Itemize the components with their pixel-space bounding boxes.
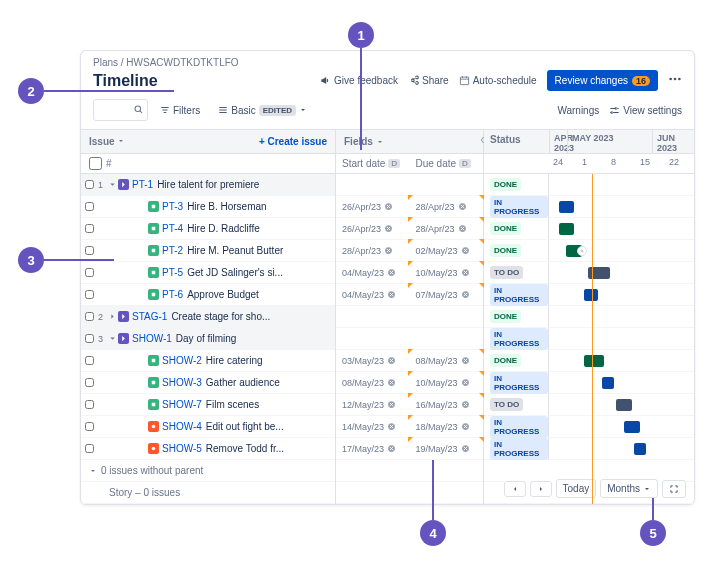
issue-row[interactable]: 3SHOW-1Day of filming (81, 328, 335, 350)
gantt-bar[interactable] (634, 443, 646, 455)
expand-toggle[interactable] (108, 312, 118, 321)
gantt-bar[interactable] (559, 223, 574, 235)
clear-icon[interactable] (461, 290, 470, 299)
review-changes-button[interactable]: Review changes16 (547, 70, 658, 91)
due-date-cell[interactable]: 16/May/23 (410, 394, 484, 415)
issue-row[interactable]: PT-5Get JD Salinger's si... (81, 262, 335, 284)
start-date-cell[interactable]: 04/May/23 (336, 284, 410, 305)
issue-key[interactable]: PT-5 (162, 267, 183, 278)
issue-key[interactable]: PT-2 (162, 245, 183, 256)
issue-key[interactable]: SHOW-5 (162, 443, 202, 454)
expand-toggle[interactable] (108, 334, 118, 343)
clear-icon[interactable] (461, 246, 470, 255)
status-badge[interactable]: TO DO (490, 398, 523, 411)
gantt-bar[interactable] (584, 355, 604, 367)
start-date-cell[interactable]: 17/May/23 (336, 438, 410, 459)
prev-button[interactable] (504, 481, 526, 497)
clear-icon[interactable] (387, 400, 396, 409)
today-button[interactable]: Today (556, 479, 597, 498)
row-checkbox[interactable] (85, 268, 94, 277)
issue-key[interactable]: SHOW-7 (162, 399, 202, 410)
start-date-cell[interactable]: 14/May/23 (336, 416, 410, 437)
due-date-cell[interactable]: 18/May/23 (410, 416, 484, 437)
row-checkbox[interactable] (85, 180, 94, 189)
create-issue-button[interactable]: + Create issue (259, 136, 327, 147)
status-badge[interactable]: DONE (490, 178, 521, 191)
clear-icon[interactable] (384, 202, 393, 211)
clear-icon[interactable] (461, 400, 470, 409)
breadcrumb-root[interactable]: Plans (93, 57, 118, 68)
row-checkbox[interactable] (85, 202, 94, 211)
no-parent-row[interactable]: 0 issues without parent (81, 460, 335, 482)
select-all-checkbox[interactable] (89, 157, 102, 170)
status-header[interactable]: Status (484, 130, 549, 153)
duedate-header[interactable]: Due dateD (410, 154, 484, 173)
clear-icon[interactable] (384, 246, 393, 255)
issue-row[interactable]: SHOW-3Gather audience (81, 372, 335, 394)
warnings-button[interactable]: Warnings (557, 105, 599, 116)
due-date-cell[interactable]: 19/May/23 (410, 438, 484, 459)
clear-icon[interactable] (384, 224, 393, 233)
startdate-header[interactable]: Start dateD (336, 154, 410, 173)
clear-icon[interactable] (387, 290, 396, 299)
row-checkbox[interactable] (85, 422, 94, 431)
gantt-bar[interactable] (602, 377, 614, 389)
issue-key[interactable]: PT-6 (162, 289, 183, 300)
clear-icon[interactable] (461, 356, 470, 365)
issue-key[interactable]: STAG-1 (132, 311, 167, 322)
issue-row[interactable]: 2STAG-1Create stage for sho... (81, 306, 335, 328)
more-menu-button[interactable] (668, 72, 682, 90)
basic-view-button[interactable]: BasicEDITED (212, 102, 313, 119)
due-date-cell[interactable]: 07/May/23 (410, 284, 484, 305)
issue-row[interactable]: PT-4Hire D. Radcliffe (81, 218, 335, 240)
start-date-cell[interactable]: 08/May/23 (336, 372, 410, 393)
due-date-cell[interactable]: 02/May/23 (410, 240, 484, 261)
due-date-cell[interactable]: 10/May/23 (410, 372, 484, 393)
row-checkbox[interactable] (85, 312, 94, 321)
clear-icon[interactable] (387, 268, 396, 277)
zoom-months-button[interactable]: Months (600, 479, 658, 498)
start-date-cell[interactable]: 12/May/23 (336, 394, 410, 415)
issue-row[interactable]: 1PT-1Hire talent for premiere (81, 174, 335, 196)
issue-row[interactable]: PT-3Hire B. Horseman (81, 196, 335, 218)
start-date-cell[interactable]: 28/Apr/23 (336, 240, 410, 261)
view-settings-button[interactable]: View settings (609, 105, 682, 116)
clear-icon[interactable] (461, 268, 470, 277)
clear-icon[interactable] (458, 202, 467, 211)
clear-icon[interactable] (458, 224, 467, 233)
row-checkbox[interactable] (85, 400, 94, 409)
fields-header[interactable]: Fields (336, 130, 483, 154)
issue-row[interactable]: SHOW-4Edit out fight be... (81, 416, 335, 438)
status-badge[interactable]: IN PROGRESS (490, 284, 548, 306)
start-date-cell[interactable]: 04/May/23 (336, 262, 410, 283)
status-badge[interactable]: DONE (490, 354, 521, 367)
expand-toggle[interactable] (108, 180, 118, 189)
gantt-bar[interactable] (616, 399, 632, 411)
next-button[interactable] (530, 481, 552, 497)
start-date-cell[interactable]: 03/May/23 (336, 350, 410, 371)
gantt-bar[interactable] (584, 289, 598, 301)
status-badge[interactable]: TO DO (490, 266, 523, 279)
status-badge[interactable]: DONE (490, 244, 521, 257)
row-checkbox[interactable] (85, 246, 94, 255)
clear-icon[interactable] (461, 378, 470, 387)
fullscreen-button[interactable] (662, 480, 686, 498)
status-badge[interactable]: IN PROGRESS (490, 372, 548, 394)
clear-icon[interactable] (461, 422, 470, 431)
row-checkbox[interactable] (85, 224, 94, 233)
issue-key[interactable]: SHOW-1 (132, 333, 172, 344)
clear-icon[interactable] (387, 378, 396, 387)
breadcrumb-project[interactable]: HWSACWDTKDTKTLFO (126, 57, 238, 68)
status-badge[interactable]: IN PROGRESS (490, 438, 548, 460)
issue-key[interactable]: SHOW-3 (162, 377, 202, 388)
share-button[interactable]: Share (408, 75, 449, 86)
issue-row[interactable]: PT-6Approve Budget (81, 284, 335, 306)
issue-row[interactable]: PT-2Hire M. Peanut Butter (81, 240, 335, 262)
gantt-bar[interactable] (559, 201, 574, 213)
start-date-cell[interactable]: 26/Apr/23 (336, 218, 410, 239)
issue-key[interactable]: PT-4 (162, 223, 183, 234)
gantt-bar[interactable] (624, 421, 640, 433)
issue-key[interactable]: SHOW-4 (162, 421, 202, 432)
status-badge[interactable]: DONE (490, 222, 521, 235)
status-badge[interactable]: IN PROGRESS (490, 196, 548, 218)
